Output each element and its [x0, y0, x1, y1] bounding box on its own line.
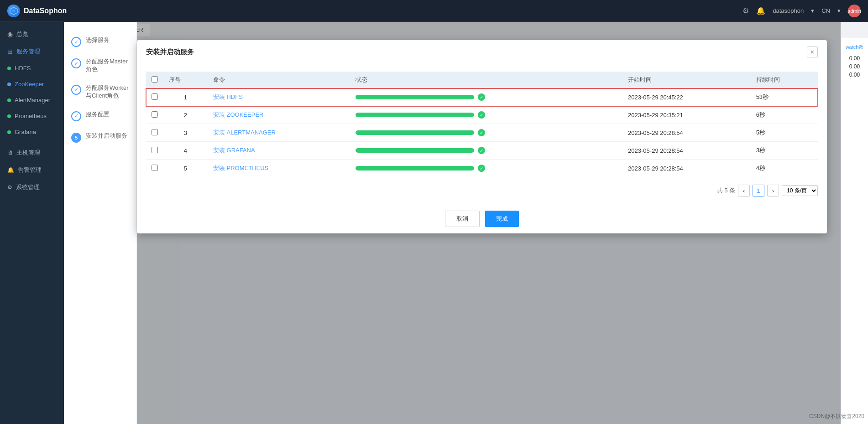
- sidebar-item-alert-mgmt[interactable]: 🔔 告警管理: [0, 161, 64, 179]
- sidebar-item-host-mgmt[interactable]: 🖥 主机管理: [0, 144, 64, 161]
- watch-value-2: 0.00: [849, 63, 860, 70]
- table-row: 3 安装 ALERTMANAGER ✓ 2023-05-29 20:28:54 …: [146, 124, 818, 142]
- row-start-time: 2023-05-29 20:35:21: [622, 106, 751, 124]
- row-checkbox[interactable]: [152, 129, 158, 135]
- confirm-button[interactable]: 完成: [485, 211, 519, 227]
- cancel-button[interactable]: 取消: [445, 211, 480, 227]
- status-complete-icon: ✓: [478, 111, 485, 119]
- row-seq: 5: [163, 160, 208, 177]
- wizard-sidebar: ✓ 选择服务 ✓ 分配服务Master角色 ✓ 分配服务Worker与Clien…: [64, 22, 137, 424]
- row-duration: 4秒: [751, 160, 818, 177]
- sidebar-item-zookeeper[interactable]: ZooKeeper: [0, 76, 64, 92]
- row-command[interactable]: 安装 PROMETHEUS: [208, 160, 350, 177]
- header-right: ⚙ 🔔 datasophon ▾ CN ▾ admin: [743, 5, 861, 17]
- command-link[interactable]: 安装 PROMETHEUS: [213, 165, 268, 171]
- command-link[interactable]: 安装 GRAFANA: [213, 147, 255, 154]
- zookeeper-status-dot: [7, 83, 11, 86]
- wizard-step-circle-5: 5: [71, 133, 81, 143]
- page-1-button[interactable]: 1: [753, 185, 764, 196]
- row-duration: 3秒: [751, 142, 818, 160]
- row-status: ✓: [350, 160, 622, 177]
- overview-icon: ◉: [7, 31, 13, 38]
- sidebar-item-prometheus[interactable]: Prometheus: [0, 108, 64, 124]
- sidebar-item-label: Prometheus: [15, 113, 47, 119]
- row-duration: 5秒: [751, 124, 818, 142]
- watch-value-3: 0.00: [849, 72, 860, 78]
- row-command[interactable]: 安装 HDFS: [208, 88, 350, 106]
- wizard-step-1: ✓ 选择服务: [64, 31, 136, 52]
- settings-icon[interactable]: ⚙: [743, 6, 749, 15]
- row-command[interactable]: 安装 ZOOKEEPER: [208, 106, 350, 124]
- row-seq: 2: [163, 106, 208, 124]
- sidebar-item-label: ZooKeeper: [15, 81, 44, 88]
- table-row: 2 安装 ZOOKEEPER ✓ 2023-05-29 20:35:21 6秒: [146, 106, 818, 124]
- wizard-step-label-3: 分配服务Worker与Client角色: [86, 84, 129, 100]
- logo-icon: [7, 5, 20, 17]
- lang-arrow[interactable]: ▾: [837, 7, 841, 14]
- row-checkbox[interactable]: [152, 93, 158, 100]
- row-checkbox[interactable]: [152, 165, 158, 171]
- modal-header: 安装并启动服务 ×: [137, 40, 827, 64]
- wizard-step-4: ✓ 服务配置: [64, 105, 136, 127]
- table-row: 4 安装 GRAFANA ✓ 2023-05-29 20:28:54 3秒: [146, 142, 818, 160]
- row-checkbox[interactable]: [152, 111, 158, 118]
- row-checkbox-cell: [146, 160, 163, 177]
- install-modal: 安装并启动服务 × 序号 命令 状态: [137, 40, 827, 233]
- sidebar-item-hdfs[interactable]: HDFS: [0, 60, 64, 76]
- sidebar-item-label: 系统管理: [16, 183, 40, 191]
- modal-footer: 取消 完成: [137, 204, 827, 233]
- grafana-status-dot: [7, 130, 11, 134]
- user-dropdown[interactable]: datasophon: [773, 7, 804, 14]
- status-complete-icon: ✓: [478, 165, 485, 172]
- pagination-total: 共 5 条: [717, 186, 735, 195]
- sidebar-item-sys-mgmt[interactable]: ⚙ 系统管理: [0, 179, 64, 196]
- status-complete-icon: ✓: [478, 93, 485, 101]
- prometheus-status-dot: [7, 114, 11, 118]
- wizard-step-circle-2: ✓: [71, 58, 81, 68]
- next-page-button[interactable]: ›: [767, 185, 779, 196]
- sidebar-item-grafana[interactable]: Grafana: [0, 124, 64, 140]
- wizard-step-circle-1: ✓: [71, 37, 81, 47]
- row-checkbox[interactable]: [152, 147, 158, 153]
- th-seq: 序号: [163, 72, 208, 88]
- logo-area: DataSophon: [7, 5, 67, 17]
- row-checkbox-cell: [146, 142, 163, 160]
- row-command[interactable]: 安装 GRAFANA: [208, 142, 350, 160]
- watch-value-1: 0.00: [849, 55, 860, 62]
- sidebar-item-label: HDFS: [15, 65, 31, 72]
- modal-overlay: ✓ 选择服务 ✓ 分配服务Master角色 ✓ 分配服务Worker与Clien…: [64, 22, 841, 424]
- wizard-step-label-2: 分配服务Master角色: [86, 58, 129, 73]
- row-checkbox-cell: [146, 106, 163, 124]
- row-status: ✓: [350, 88, 622, 106]
- prev-page-button[interactable]: ‹: [738, 185, 750, 196]
- sidebar-item-label: 告警管理: [18, 166, 42, 174]
- command-link[interactable]: 安装 ALERTMANAGER: [213, 129, 276, 136]
- wizard-step-5: 5 安装并启动服务: [64, 127, 136, 148]
- sidebar-item-overview[interactable]: ◉ 总览: [0, 26, 64, 43]
- row-duration: 53秒: [751, 88, 818, 106]
- sidebar-item-service-mgmt[interactable]: ⊞ 服务管理: [0, 43, 64, 60]
- command-link[interactable]: 安装 ZOOKEEPER: [213, 111, 264, 118]
- row-duration: 6秒: [751, 106, 818, 124]
- lang-switcher[interactable]: CN: [821, 7, 830, 14]
- user-dropdown-arrow[interactable]: ▾: [811, 7, 814, 14]
- wizard-step-3: ✓ 分配服务Worker与Client角色: [64, 79, 136, 105]
- modal-close-button[interactable]: ×: [807, 47, 818, 57]
- row-command[interactable]: 安装 ALERTMANAGER: [208, 124, 350, 142]
- row-status: ✓: [350, 142, 622, 160]
- per-page-select[interactable]: 10 条/页: [782, 185, 818, 196]
- modal-body: 序号 命令 状态 开始时间 持续时间 1 安装: [137, 64, 827, 204]
- command-link[interactable]: 安装 HDFS: [213, 93, 243, 100]
- bell-icon[interactable]: 🔔: [756, 6, 765, 15]
- th-duration: 持续时间: [751, 72, 818, 88]
- avatar[interactable]: admin: [848, 5, 861, 17]
- sidebar-item-alertmanager[interactable]: AlertManager: [0, 92, 64, 108]
- select-all-checkbox[interactable]: [152, 76, 158, 83]
- row-checkbox-cell: [146, 124, 163, 142]
- sidebar-item-label: 主机管理: [16, 149, 40, 157]
- th-checkbox: [146, 72, 163, 88]
- status-complete-icon: ✓: [478, 129, 485, 136]
- alert-icon: 🔔: [7, 167, 14, 173]
- content-area: 服务管理 ZOOKEEPER ✓ 选择服务 ✓ 分配服务Master角色 ✓ 分…: [64, 22, 868, 424]
- row-seq: 4: [163, 142, 208, 160]
